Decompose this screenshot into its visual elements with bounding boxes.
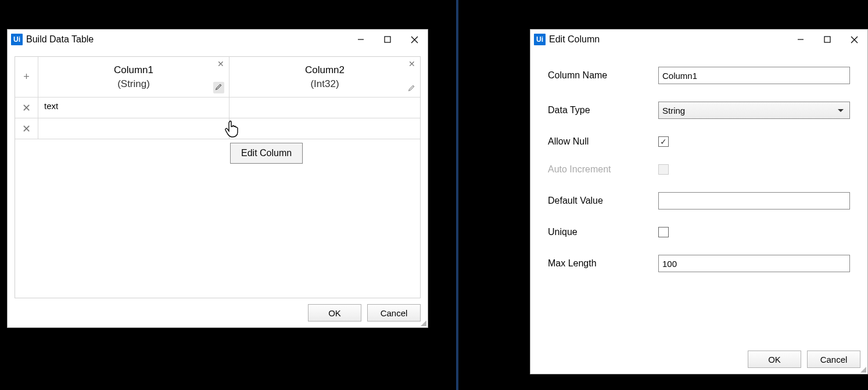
resize-grip[interactable] [859, 366, 866, 373]
table-row: ✕ [15, 118, 420, 139]
default-value-input[interactable] [658, 192, 850, 210]
column-name: Column1 [114, 64, 153, 76]
auto-increment-checkbox [658, 164, 669, 175]
column-type: (Int32) [310, 78, 339, 90]
column-name: Column2 [305, 64, 345, 76]
titlebar: Ui Edit Column [530, 30, 867, 49]
minimize-button[interactable] [787, 30, 814, 49]
max-length-label: Max Length [548, 258, 658, 269]
auto-increment-row: Auto Increment [548, 164, 850, 175]
auto-increment-label: Auto Increment [548, 164, 658, 175]
default-value-row: Default Value [548, 192, 850, 210]
minimize-button[interactable] [347, 30, 374, 49]
data-type-row: Data Type String [548, 102, 850, 119]
dialog-button-row: OK Cancel [8, 298, 428, 327]
maximize-button[interactable] [374, 30, 401, 49]
close-button[interactable] [401, 30, 428, 49]
edit-column-icon[interactable] [408, 84, 415, 93]
default-value-label: Default Value [548, 196, 658, 206]
resize-grip[interactable] [419, 319, 426, 326]
uipath-icon: Ui [11, 34, 23, 45]
svg-rect-5 [824, 37, 830, 42]
max-length-row: Max Length [548, 255, 850, 272]
data-type-select[interactable]: String [658, 102, 850, 119]
column-name-row: Column Name [548, 67, 850, 84]
cancel-button[interactable]: Cancel [807, 351, 860, 368]
table-row: ✕ text [15, 98, 420, 118]
allow-null-checkbox[interactable]: ✓ [658, 136, 669, 147]
table-header-row: + ✕ Column1 (String) ✕ Column2 (Int32) [15, 57, 420, 98]
column-type: (String) [117, 78, 150, 90]
delete-row-icon[interactable]: ✕ [15, 118, 38, 139]
column-header-2[interactable]: ✕ Column2 (Int32) [229, 57, 420, 97]
unique-label: Unique [548, 227, 658, 237]
unique-checkbox[interactable] [658, 227, 669, 237]
svg-rect-1 [385, 37, 390, 42]
uipath-icon: Ui [534, 34, 546, 45]
build-data-table-dialog: Ui Build Data Table + ✕ Column1 (String) [7, 29, 428, 328]
ok-button[interactable]: OK [748, 351, 801, 368]
allow-null-label: Allow Null [548, 136, 658, 147]
cancel-button[interactable]: Cancel [367, 304, 421, 322]
close-button[interactable] [841, 30, 867, 49]
cell[interactable] [229, 98, 420, 118]
edit-column-tooltip: Edit Column [230, 143, 303, 164]
window-title: Build Data Table [26, 34, 94, 45]
ok-button[interactable]: OK [308, 304, 361, 322]
edit-column-dialog: Ui Edit Column Column Name Data Type Str… [530, 29, 868, 374]
column-name-label: Column Name [548, 70, 658, 81]
data-type-label: Data Type [548, 105, 658, 115]
max-length-input[interactable] [658, 255, 850, 272]
cell[interactable]: text [38, 98, 229, 118]
delete-column-icon[interactable]: ✕ [408, 59, 415, 68]
maximize-button[interactable] [814, 30, 841, 49]
add-column-button[interactable]: + [15, 57, 38, 97]
split-divider [456, 0, 458, 390]
dialog-button-row: OK Cancel [530, 345, 867, 374]
cell[interactable] [229, 118, 420, 139]
column-header-1[interactable]: ✕ Column1 (String) [38, 57, 229, 97]
data-type-value: String [662, 106, 685, 115]
edit-column-icon[interactable] [213, 82, 224, 93]
cell[interactable] [38, 118, 229, 139]
window-title: Edit Column [549, 34, 600, 45]
data-table-grid: + ✕ Column1 (String) ✕ Column2 (Int32) [15, 56, 421, 298]
delete-row-icon[interactable]: ✕ [15, 98, 38, 118]
unique-row: Unique [548, 227, 850, 237]
titlebar: Ui Build Data Table [8, 30, 428, 49]
delete-column-icon[interactable]: ✕ [217, 59, 224, 68]
column-name-input[interactable] [658, 67, 850, 84]
allow-null-row: Allow Null ✓ [548, 136, 850, 147]
